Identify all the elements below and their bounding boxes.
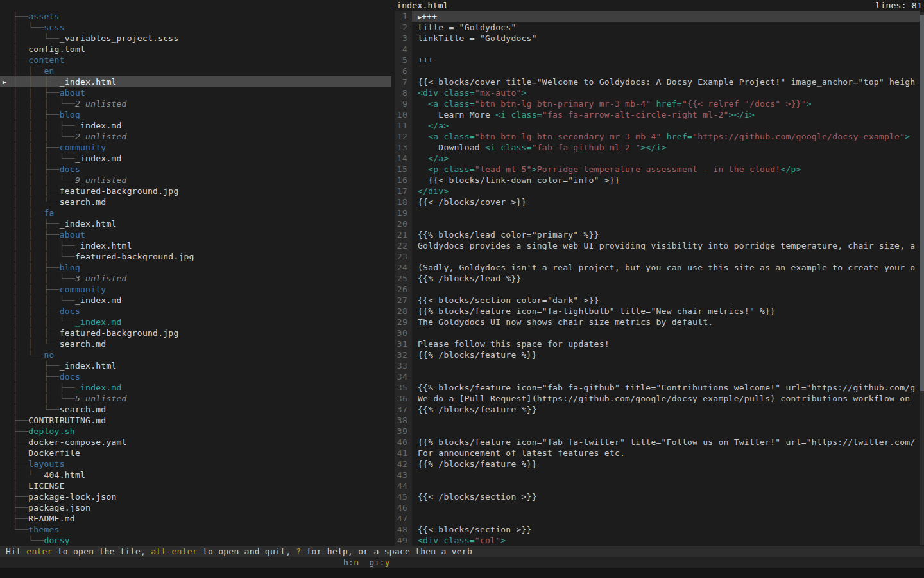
tree-item-9-unlisted[interactable]: │ │ │ └──9 unlisted [0, 175, 391, 186]
bottom-filler [0, 568, 924, 578]
tree-branch-lines: │ └── [13, 470, 44, 480]
preview-line-11: 11 </a> [391, 120, 920, 131]
line-number: 34 [395, 371, 412, 382]
tree-item-layouts[interactable]: ├──layouts [0, 459, 391, 469]
line-content: {{% /blocks/lead %}} [412, 273, 920, 284]
tree-item-label: _index.md [75, 317, 122, 327]
line-number: 14 [395, 153, 412, 164]
tree-item-fa[interactable]: │ ├──fa [0, 207, 391, 218]
tree-item-_variables_project.scss[interactable]: │ └──_variables_project.scss [0, 33, 391, 44]
tree-item-docs[interactable]: │ │ ├──docs [0, 306, 391, 317]
tree-item-_index.md[interactable]: │ │ │ ├──_index.md [0, 120, 391, 131]
tree-item-en[interactable]: │ ├──en [0, 66, 391, 76]
tree-item-label: featured-background.jpg [60, 328, 179, 338]
hint-text: Hit [6, 547, 26, 556]
preview-line-7: 7{{< blocks/cover title="Welcome to Gold… [391, 76, 920, 87]
preview-line-21: 21{{% blocks/lead color="primary" %}} [391, 229, 920, 240]
tree-item-label: _index.html [60, 361, 117, 371]
tree-item-dockerfile[interactable]: ├──Dockerfile [0, 448, 391, 459]
tree-item-featured-background.jpg[interactable]: │ │ ├──featured-background.jpg [0, 186, 391, 197]
tree-item-label: package.json [28, 503, 90, 512]
tree-item-deploy.sh[interactable]: ├──deploy.sh [0, 426, 391, 437]
line-number: 18 [395, 197, 412, 207]
tree-branch-lines: ├── [13, 481, 28, 491]
tree-branch-lines: │ ├── [13, 66, 44, 76]
tree-item-community[interactable]: │ │ ├──community [0, 284, 391, 295]
tree-item-_index.md[interactable]: │ │ │ └──_index.md [0, 317, 391, 328]
preview-scrollbar-thumb[interactable] [920, 15, 924, 391]
preview-line-45: 45{{< /blocks/section >}} [391, 491, 920, 502]
selected-item-arrow-icon: ▶ [3, 76, 6, 87]
tree-item-_index.html[interactable]: │ │ │ ├──_index.html [0, 240, 391, 251]
tree-item-_index.md[interactable]: │ │ │ └──_index.md [0, 295, 391, 306]
tree-branch-lines: │ └── [13, 33, 60, 43]
tree-item-5-unlisted[interactable]: │ │ └──5 unlisted [0, 393, 391, 404]
tree-item-404.html[interactable]: │ └──404.html [0, 469, 391, 480]
tree-item-label: 2 unlisted [75, 132, 127, 141]
tree-item-label: community [60, 285, 107, 294]
tree-item-_index.html[interactable]: │ ├──_index.html [0, 360, 391, 371]
line-number: 41 [395, 448, 412, 459]
tree-item-label: deploy.sh [28, 426, 75, 436]
line-content: <a class="btn btn-lg btn-secondary mr-3 … [412, 131, 920, 142]
tree-item-docker-compose.yaml[interactable]: ├──docker-compose.yaml [0, 437, 391, 448]
tree-item-label: docs [60, 164, 80, 174]
tree-item-2-unlisted[interactable]: │ │ │ └──2 unlisted [0, 131, 391, 142]
tree-item-assets[interactable]: ├──assets [0, 11, 391, 22]
line-content: <div class="mx-auto"> [412, 87, 920, 98]
tree-branch-lines: │ │ ├── [13, 110, 60, 119]
tree-item-docsy[interactable]: └──docsy [0, 535, 391, 546]
line-content: {{< blocks/cover title="Welcome to Goldy… [412, 76, 920, 87]
line-number: 31 [395, 338, 412, 349]
tree-item-2-unlisted[interactable]: │ │ │ └──2 unlisted [0, 98, 391, 109]
preview-scrollbar[interactable] [920, 12, 924, 545]
tree-item-contributing.md[interactable]: ├──CONTRIBUTING.md [0, 415, 391, 426]
status-hint-bar: Hit enter to open the file, alt-enter to… [0, 546, 924, 557]
tree-item-themes[interactable]: └──themes [0, 524, 391, 535]
line-number: 35 [395, 382, 412, 393]
line-content: {{% blocks/lead color="primary" %}} [412, 229, 920, 240]
tree-item-_index.html[interactable]: │ │ ├──_index.html [0, 218, 391, 229]
tree-item-search.md[interactable]: │ │ └──search.md [0, 197, 391, 207]
tree-item-license[interactable]: ├──LICENSE [0, 480, 391, 491]
tree-item-readme.md[interactable]: ├──README.md [0, 513, 391, 524]
tree-branch-lines: │ │ ├── [13, 164, 60, 174]
tree-item-search.md[interactable]: │ └──search.md [0, 404, 391, 415]
preview-line-18: 18{{< /blocks/cover >}} [391, 197, 920, 207]
tree-item-_index.md[interactable]: │ │ ├──_index.md [0, 382, 391, 393]
tree-item-_index.html[interactable]: ▶│ │ ├──_index.html [0, 76, 391, 87]
tree-item-featured-background.jpg[interactable]: │ │ ├──featured-background.jpg [0, 328, 391, 338]
preview-line-36: 36We do a [Pull Request](https://github.… [391, 393, 920, 404]
tree-branch-lines: │ │ │ └── [13, 99, 75, 109]
tree-item-3-unlisted[interactable]: │ │ │ └──3 unlisted [0, 273, 391, 284]
line-number: 26 [395, 284, 412, 295]
command-input-row[interactable]: :e h:n gi:y [0, 557, 924, 568]
tree-item-search.md[interactable]: │ │ └──search.md [0, 338, 391, 349]
tree-item-content[interactable]: ├──content [0, 55, 391, 66]
tree-item-label: 9 unlisted [75, 175, 127, 185]
tree-item-label: search.md [60, 197, 107, 207]
tree-item-docs[interactable]: │ │ ├──docs [0, 164, 391, 175]
tree-item-package.json[interactable]: ├──package.json [0, 502, 391, 513]
tree-item-featured-background.jpg[interactable]: │ │ │ └──featured-background.jpg [0, 251, 391, 262]
preview-line-39: 39 [391, 426, 920, 437]
tree-item-blog[interactable]: │ │ ├──blog [0, 109, 391, 120]
tree-item-about[interactable]: │ │ ├──about [0, 229, 391, 240]
preview-line-43: 43 [391, 469, 920, 480]
tree-branch-lines: │ │ ├── [13, 77, 60, 87]
tree-item-about[interactable]: │ │ ├──about [0, 87, 391, 98]
preview-body: 1▶+++2title = "Goldydocs"3linkTitle = "G… [391, 11, 920, 546]
tree-item-_index.md[interactable]: │ │ │ └──_index.md [0, 153, 391, 164]
line-content: For announcement of latest features etc. [412, 448, 920, 459]
tree-item-label: _index.md [75, 121, 122, 130]
tree-item-no[interactable]: │ └──no [0, 349, 391, 360]
tree-item-config.toml[interactable]: ├──config.toml [0, 44, 391, 55]
tree-item-blog[interactable]: │ │ ├──blog [0, 262, 391, 273]
tree-item-docs[interactable]: │ ├──docs [0, 371, 391, 382]
tree-branch-lines: │ │ ├── [13, 263, 60, 272]
tree-item-label: docs [60, 372, 80, 381]
line-content: {{< blocks/section >}} [412, 524, 920, 535]
tree-item-scss[interactable]: │ └──scss [0, 22, 391, 33]
tree-item-package-lock.json[interactable]: ├──package-lock.json [0, 491, 391, 502]
tree-item-community[interactable]: │ │ ├──community [0, 142, 391, 153]
